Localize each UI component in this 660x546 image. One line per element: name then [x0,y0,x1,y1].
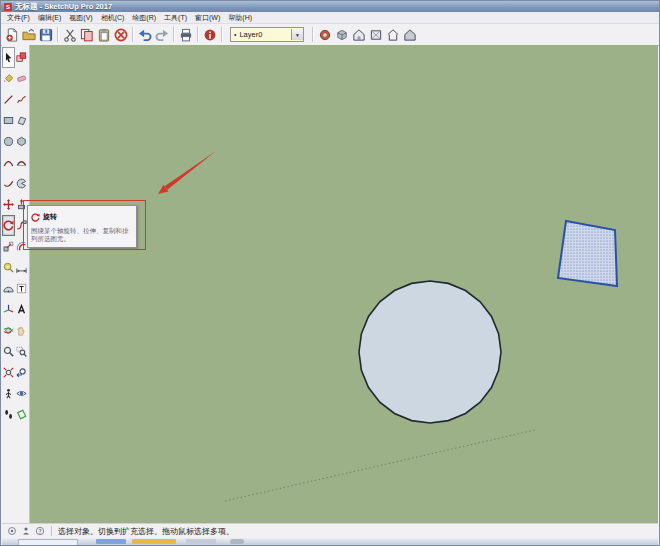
toolbar-separator [132,27,133,42]
taskbar-item[interactable] [18,539,78,546]
taskbar-item[interactable] [186,539,216,544]
dropdown-arrow-icon[interactable]: ▼ [291,29,303,40]
tool-freehand[interactable] [15,89,28,110]
tool-line[interactable] [2,89,15,110]
credits-icon[interactable] [21,526,31,536]
status-separator [51,526,52,536]
status-hint-text: 选择对象。切换到扩充选择。拖动鼠标选择多项。 [58,526,234,537]
menu-item-edit[interactable]: 编辑(E) [34,13,65,23]
tool-rectangle[interactable] [2,110,15,131]
toolbar-separator [197,27,198,42]
menu-item-camera[interactable]: 相机(C) [97,13,129,23]
cut-button[interactable] [61,26,78,44]
menu-item-view[interactable]: 视图(V) [65,13,96,23]
toolbar-separator [57,27,58,42]
tooltip-title: 旋转 [43,212,57,222]
tool-three-point-arc[interactable] [2,173,15,194]
tool-rotate[interactable] [2,215,15,236]
tool-walk[interactable] [2,404,15,425]
top-view-button[interactable] [367,26,384,44]
erase-button[interactable] [112,26,129,44]
ground-edge-line[interactable] [225,430,535,501]
menu-bar: 文件(F)编辑(E)视图(V)相机(C)绘图(R)工具(T)窗口(W)帮助(H) [1,12,659,24]
menu-item-tools[interactable]: 工具(T) [160,13,191,23]
sketchup-window: S 无标题 - SketchUp Pro 2017 文件(F)编辑(E)视图(V… [0,0,660,546]
tooltip-description: 围绕某个轴旋转、拉伸、复制和排列所选图元。 [31,227,133,244]
menu-item-file[interactable]: 文件(F) [3,13,34,23]
rotate-icon [31,208,40,226]
tool-section-plane[interactable] [15,404,28,425]
selected-square-shape[interactable] [558,221,617,286]
toolbar-separator [221,27,222,42]
box-3d-button[interactable] [333,26,350,44]
tool-two-point-arc[interactable] [15,152,28,173]
help-icon[interactable] [35,526,45,536]
tool-pan[interactable] [15,320,28,341]
tool-rotated-rectangle[interactable] [15,110,28,131]
tool-tape-measure[interactable] [2,257,15,278]
tool-zoom-previous[interactable] [15,362,28,383]
tool-zoom-window[interactable] [15,341,28,362]
layer-color-bullet: • [231,31,239,38]
front-view-button[interactable] [384,26,401,44]
tool-scale[interactable] [2,236,15,257]
menu-item-window[interactable]: 窗口(W) [191,13,224,23]
status-bar: 选择对象。切换到扩充选择。拖动鼠标选择多项。 [2,523,658,538]
tool-arc[interactable] [2,152,15,173]
tool-axes[interactable] [2,299,15,320]
tool-polygon[interactable] [15,131,28,152]
geolocation-icon[interactable] [7,526,17,536]
back-view-button[interactable] [401,26,418,44]
tool-protractor[interactable] [2,278,15,299]
tool-pie[interactable] [15,173,28,194]
save-button[interactable] [37,26,54,44]
iso-view-button[interactable] [350,26,367,44]
taskbar-item[interactable] [230,539,244,544]
copy-button[interactable] [78,26,95,44]
drawing-canvas[interactable] [30,45,658,524]
taskbar-item[interactable] [132,539,176,544]
rotate-tool-tooltip: 旋转 围绕某个轴旋转、拉伸、复制和排列所选图元。 [27,205,137,248]
layer-dropdown[interactable]: • Layer0 ▼ [230,27,304,42]
camera-red-button[interactable] [316,26,333,44]
open-button[interactable] [20,26,37,44]
tool-zoom-extents[interactable] [2,362,15,383]
layer-dropdown-value: Layer0 [239,30,291,39]
tool-move[interactable] [2,194,15,215]
window-title: 无标题 - SketchUp Pro 2017 [15,2,112,12]
tool-look-around[interactable] [15,383,28,404]
tool-dimension[interactable] [15,257,28,278]
tool-position-camera[interactable] [2,383,15,404]
model-info-button[interactable] [201,26,218,44]
main-area [2,45,658,524]
menu-item-help[interactable]: 帮助(H) [224,13,256,23]
standard-toolbar: • Layer0 ▼ [1,24,659,46]
taskbar-item[interactable] [96,539,126,544]
redo-button[interactable] [153,26,170,44]
large-tool-set [2,45,30,524]
tool-eraser[interactable] [15,68,28,89]
title-bar: S 无标题 - SketchUp Pro 2017 [1,1,659,12]
tool-orbit[interactable] [2,320,15,341]
toolbar-separator [173,27,174,42]
windows-taskbar-sliver [2,538,658,545]
circle-shape[interactable] [359,281,501,423]
annotation-arrow [165,151,216,190]
tool-circle[interactable] [2,131,15,152]
tool-text[interactable] [15,278,28,299]
tool-zoom[interactable] [2,341,15,362]
tool-select[interactable] [2,47,15,68]
sketchup-logo-icon: S [4,3,12,11]
toolbar-separator [312,27,313,42]
undo-button[interactable] [136,26,153,44]
tool-make-component[interactable] [15,47,28,68]
tool-paint-bucket[interactable] [2,68,15,89]
menu-item-draw[interactable]: 绘图(R) [128,13,160,23]
tool-3d-text[interactable] [15,299,28,320]
paste-button[interactable] [95,26,112,44]
print-button[interactable] [177,26,194,44]
new-document-button[interactable] [3,26,20,44]
